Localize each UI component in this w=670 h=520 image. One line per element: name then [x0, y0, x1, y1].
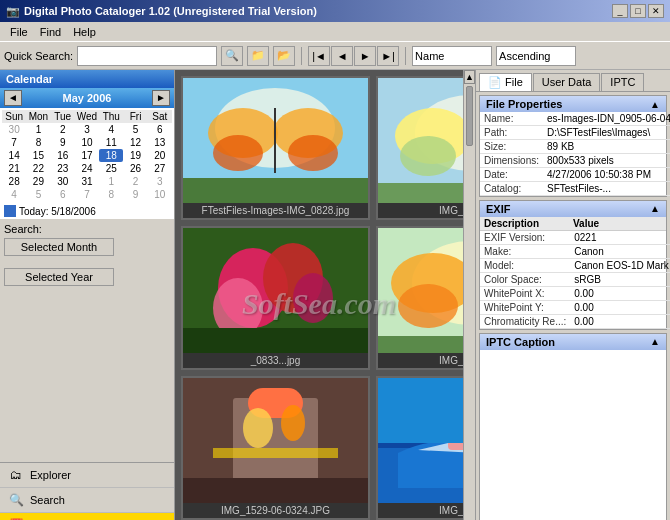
sort-input[interactable] [496, 46, 576, 66]
exif-title: EXIF [486, 203, 510, 215]
exif-expand-icon[interactable]: ▲ [650, 203, 660, 215]
close-button[interactable]: ✕ [648, 4, 664, 18]
image-cell[interactable]: IMG_0828.jpg [376, 76, 463, 220]
expand-icon[interactable]: ▲ [650, 99, 660, 110]
exif-col-value: Value [573, 218, 662, 229]
cal-day[interactable]: 30 [51, 175, 75, 188]
prev-month-button[interactable]: ◄ [4, 90, 22, 106]
cal-day[interactable]: 27 [148, 162, 172, 175]
cal-day[interactable]: 12 [123, 136, 147, 149]
cal-day[interactable]: 10 [148, 188, 172, 201]
cal-day[interactable]: 14 [2, 149, 26, 162]
cal-day[interactable]: 4 [2, 188, 26, 201]
cal-day[interactable]: 7 [2, 136, 26, 149]
menu-file[interactable]: File [4, 24, 34, 40]
exif-label-make: Make: [480, 245, 570, 259]
cal-day[interactable]: 4 [99, 123, 123, 136]
cal-day[interactable]: 3 [75, 123, 99, 136]
cal-day[interactable]: 2 [51, 123, 75, 136]
exif-row-model: Model: Canon EOS-1D Mark II N [480, 259, 670, 273]
cal-day[interactable]: 16 [51, 149, 75, 162]
nav-last-button[interactable]: ►| [377, 46, 399, 66]
cal-day[interactable]: 5 [123, 123, 147, 136]
cal-day[interactable]: 26 [123, 162, 147, 175]
window-controls[interactable]: _ □ ✕ [612, 4, 664, 18]
cal-day[interactable]: 5 [26, 188, 50, 201]
image-cell[interactable]: IMG_2543.jpg [376, 376, 463, 520]
prop-row-dimensions: Dimensions: 800x533 pixels [480, 154, 670, 168]
cal-day[interactable]: 6 [51, 188, 75, 201]
cal-day[interactable]: 1 [26, 123, 50, 136]
cal-day[interactable]: 25 [99, 162, 123, 175]
exif-section: EXIF ▲ Description Value EXIF Version: 0… [479, 200, 667, 330]
folder2-button[interactable]: 📂 [273, 46, 295, 66]
tab-file[interactable]: 📄 File [479, 73, 532, 91]
exif-row-make: Make: Canon [480, 245, 670, 259]
iptc-expand-icon[interactable]: ▲ [650, 336, 660, 348]
calendar-title: Calendar [6, 73, 53, 85]
scrollbar-thumb[interactable] [466, 86, 473, 146]
cal-day[interactable]: 13 [148, 136, 172, 149]
folder-button[interactable]: 📁 [247, 46, 269, 66]
file-properties-title: File Properties [486, 98, 562, 110]
cal-day[interactable]: 22 [26, 162, 50, 175]
nav-first-button[interactable]: |◄ [308, 46, 330, 66]
cal-day[interactable]: 15 [26, 149, 50, 162]
selected-month-button[interactable]: Selected Month [4, 238, 114, 256]
search-go-button[interactable]: 🔍 [221, 46, 243, 66]
nav-next-button[interactable]: ► [354, 46, 376, 66]
cal-day[interactable]: 7 [75, 188, 99, 201]
cal-day[interactable]: 6 [148, 123, 172, 136]
maximize-button[interactable]: □ [630, 4, 646, 18]
menu-find[interactable]: Find [34, 24, 67, 40]
cal-day[interactable]: 31 [75, 175, 99, 188]
cal-day[interactable]: 2 [123, 175, 147, 188]
cal-day[interactable]: 8 [99, 188, 123, 201]
scroll-up-button[interactable]: ▲ [464, 70, 475, 84]
svg-point-26 [398, 284, 458, 328]
cal-day[interactable]: 10 [75, 136, 99, 149]
nav-prev-button[interactable]: ◄ [331, 46, 353, 66]
cal-day[interactable]: 24 [75, 162, 99, 175]
center-area: FTestFiles-Images-IMG_0828.jpg [175, 70, 475, 520]
cal-day[interactable]: 11 [99, 136, 123, 149]
today-indicator [4, 205, 16, 217]
weekday-headers: Sun Mon Tue Wed Thu Fri Sat [2, 110, 172, 123]
cal-day[interactable]: 28 [2, 175, 26, 188]
prop-label-date: Date: [480, 168, 543, 182]
minimize-button[interactable]: _ [612, 4, 628, 18]
cal-day[interactable]: 9 [51, 136, 75, 149]
exif-label-model: Model: [480, 259, 570, 273]
selected-year-button[interactable]: Selected Year [4, 268, 114, 286]
cal-day-today[interactable]: 18 [99, 149, 123, 162]
cal-day[interactable]: 21 [2, 162, 26, 175]
cal-day[interactable]: 23 [51, 162, 75, 175]
menu-help[interactable]: Help [67, 24, 102, 40]
cal-day[interactable]: 17 [75, 149, 99, 162]
image-label-1: FTestFiles-Images-IMG_0828.jpg [183, 203, 368, 218]
cal-day[interactable]: 8 [26, 136, 50, 149]
exif-col-headers: Description Value [480, 217, 666, 231]
image-cell[interactable]: IMG_1529-06-0324.JPG [181, 376, 370, 520]
cal-day[interactable]: 1 [99, 175, 123, 188]
cal-day[interactable]: 9 [123, 188, 147, 201]
tab-iptc[interactable]: IPTC [601, 73, 644, 91]
nav-item-calendar[interactable]: 📅 Calendar [0, 513, 174, 520]
image-cell[interactable]: _0833...jpg [181, 226, 370, 370]
cal-day[interactable]: 20 [148, 149, 172, 162]
next-month-button[interactable]: ► [152, 90, 170, 106]
image-thumb [183, 378, 368, 503]
cal-day[interactable]: 29 [26, 175, 50, 188]
weekday-mon: Mon [26, 110, 50, 123]
prop-value-dimensions: 800x533 pixels [543, 154, 670, 168]
image-cell[interactable]: FTestFiles-Images-IMG_0828.jpg [181, 76, 370, 220]
image-cell[interactable]: IMG_0841.jpg [376, 226, 463, 370]
name-input[interactable] [412, 46, 492, 66]
nav-item-search[interactable]: 🔍 Search [0, 488, 174, 513]
cal-day[interactable]: 3 [148, 175, 172, 188]
cal-day[interactable]: 30 [2, 123, 26, 136]
tab-user-data[interactable]: User Data [533, 73, 601, 91]
quick-search-input[interactable] [77, 46, 217, 66]
nav-item-explorer[interactable]: 🗂 Explorer [0, 463, 174, 488]
cal-day[interactable]: 19 [123, 149, 147, 162]
